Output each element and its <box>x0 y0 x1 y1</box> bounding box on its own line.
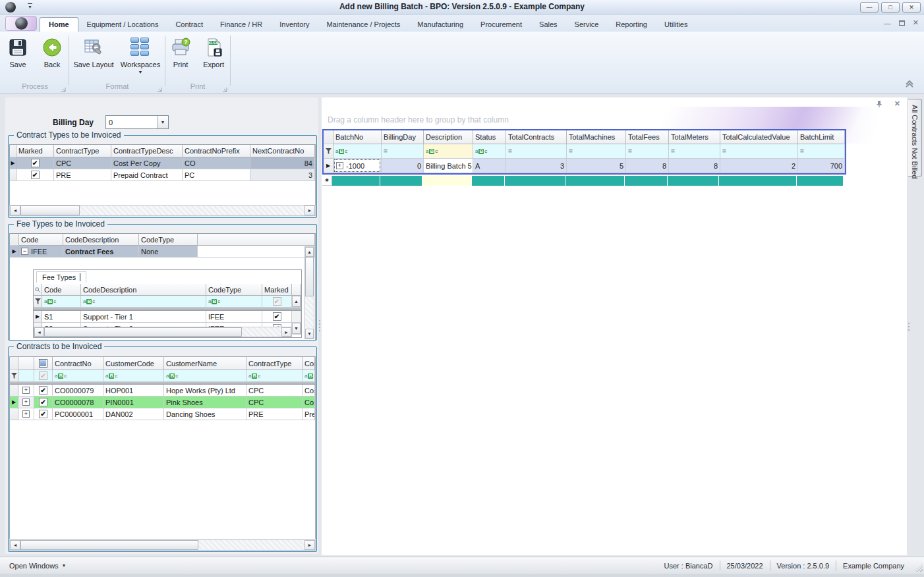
ribbon-minimize-icon[interactable]: — <box>884 19 891 27</box>
filter-funnel-icon[interactable] <box>35 298 41 304</box>
scroll-left-icon[interactable]: ◄ <box>10 540 20 550</box>
save-button[interactable]: Save <box>3 34 33 69</box>
table-row[interactable]: ▶ − IFEE Contract Fees None <box>10 246 315 258</box>
tab-manufacturing[interactable]: Manufacturing <box>409 18 472 32</box>
col-header-codedescription[interactable]: CodeDescription <box>81 284 206 296</box>
export-button[interactable]: XLSX Export <box>198 34 229 69</box>
tab-reporting[interactable]: Reporting <box>607 18 656 32</box>
tab-maintenance-projects[interactable]: Maintenance / Projects <box>318 18 409 32</box>
table-row[interactable]: + CO0000079 HOP001 Hope Works (Pty) Ltd … <box>10 385 315 397</box>
col-header-batchno[interactable]: BatchNo <box>333 130 382 144</box>
scroll-right-icon[interactable]: ► <box>304 540 315 550</box>
col-header-customercode[interactable]: CustomerCode <box>103 357 164 370</box>
col-header-totalmeters[interactable]: TotalMeters <box>669 130 720 144</box>
collapse-row-icon[interactable]: − <box>21 248 28 255</box>
tab-service[interactable]: Service <box>566 18 608 32</box>
billing-day-dropdown-icon[interactable]: ▼ <box>157 116 168 128</box>
col-header-totalfees[interactable]: TotalFees <box>626 130 669 144</box>
scroll-right-icon[interactable]: ► <box>281 327 291 337</box>
tab-procurement[interactable]: Procurement <box>472 18 531 32</box>
collapse-ribbon-icon[interactable] <box>904 79 915 88</box>
tab-home[interactable]: Home <box>40 17 78 32</box>
table-row-focused[interactable]: ▶ + -1000 0 Billing Batch 5 A 3 5 8 8 2 … <box>324 159 845 173</box>
save-layout-button[interactable]: Save Layout <box>72 34 115 74</box>
process-dialog-launcher-icon[interactable] <box>61 87 66 92</box>
batchno-cell-focused[interactable]: + -1000 <box>334 159 380 172</box>
pin-icon[interactable] <box>876 100 882 108</box>
new-row[interactable]: * <box>322 176 844 186</box>
checkbox[interactable] <box>39 410 47 418</box>
col-header-code[interactable]: Code <box>19 234 63 246</box>
detail-hscrollbar[interactable]: ◄ ► <box>34 327 292 337</box>
checkbox[interactable] <box>31 171 40 179</box>
filter-funnel-icon[interactable] <box>326 148 332 154</box>
col-header-codetype[interactable]: CodeType <box>206 284 262 296</box>
expand-row-icon[interactable]: + <box>22 398 30 406</box>
scroll-up-icon[interactable]: ▲ <box>292 296 301 307</box>
format-dialog-launcher-icon[interactable] <box>157 87 162 92</box>
ribbon-close-icon[interactable]: ✕ <box>913 18 919 27</box>
select-all-checkbox[interactable] <box>39 359 47 368</box>
table-row[interactable]: ▶ S1 Support - Tier 1 IFEE <box>34 311 301 323</box>
expand-row-icon[interactable]: + <box>22 387 30 394</box>
table-row[interactable]: PRE Prepaid Contract PC 3 <box>10 169 315 181</box>
tab-contract[interactable]: Contract <box>167 18 212 32</box>
open-windows-button[interactable]: Open Windows ▼ <box>0 562 67 570</box>
contract-types-hscrollbar[interactable]: ◄ ► <box>9 205 316 216</box>
col-header-contractnoprefix[interactable]: ContractNoPrefix <box>183 145 250 157</box>
col-header-marked[interactable]: Marked <box>262 284 292 296</box>
col-header-nextcontractno[interactable]: NextContractNo <box>250 145 315 157</box>
minimize-button[interactable]: — <box>860 2 879 13</box>
col-header-contracttypedesc[interactable]: ContractTypeDesc <box>303 357 315 370</box>
col-header-totalcontracts[interactable]: TotalContracts <box>506 130 567 144</box>
checkbox[interactable] <box>39 386 47 395</box>
table-row-selected[interactable]: ▶ + CO0000078 PIN0001 Pink Shoes CPC Cos… <box>10 397 315 408</box>
col-header-batchlimit[interactable]: BatchLimit <box>798 130 845 144</box>
col-header-code[interactable]: Code <box>42 284 81 296</box>
col-header-billingday[interactable]: BillingDay <box>382 130 424 144</box>
scroll-down-icon[interactable]: ▼ <box>292 323 301 334</box>
tab-utilities[interactable]: Utilities <box>656 18 696 32</box>
detail-tab-fee-types[interactable]: Fee Types <box>36 271 86 283</box>
col-header-contracttype[interactable]: ContractType <box>54 145 111 157</box>
checkbox[interactable] <box>273 312 281 321</box>
col-header-contracttypedesc[interactable]: ContractTypeDesc <box>111 145 183 157</box>
vertical-splitter[interactable] <box>908 323 910 331</box>
tab-finance-hr[interactable]: Finance / HR <box>212 18 271 32</box>
col-header-codedescription[interactable]: CodeDescription <box>63 234 139 246</box>
col-header-contracttype[interactable]: ContractType <box>246 357 303 370</box>
tab-sales[interactable]: Sales <box>531 18 566 32</box>
scroll-right-icon[interactable]: ► <box>304 206 315 215</box>
checkbox[interactable] <box>31 159 40 167</box>
col-header-description[interactable]: Description <box>424 130 473 144</box>
billing-day-combobox[interactable]: 0 ▼ <box>105 115 169 129</box>
scroll-left-icon[interactable]: ◄ <box>34 327 44 337</box>
table-row[interactable]: + PC0000001 DAN002 Dancing Shoes PRE Pre… <box>10 408 315 420</box>
sidetab-all-contracts-not-billed[interactable]: All Contracts Not Billed <box>908 99 922 177</box>
maximize-button[interactable]: □ <box>881 2 900 13</box>
ribbon-restore-icon[interactable] <box>899 20 905 26</box>
checkbox[interactable] <box>39 398 47 406</box>
application-button[interactable] <box>5 16 37 31</box>
filter-funnel-icon[interactable] <box>11 373 17 379</box>
tab-equipment-locations[interactable]: Equipment / Locations <box>78 18 167 32</box>
search-icon[interactable] <box>35 287 40 292</box>
expand-row-icon[interactable]: + <box>22 410 30 418</box>
col-header-totalcalculatedvalue[interactable]: TotalCalculatedValue <box>720 130 798 144</box>
back-button[interactable]: Back <box>37 34 67 69</box>
scroll-left-icon[interactable]: ◄ <box>10 206 20 215</box>
col-header-contractno[interactable]: ContractNo <box>53 357 103 370</box>
col-header-marked[interactable]: Marked <box>16 145 54 157</box>
col-header-totalmachines[interactable]: TotalMachines <box>567 130 626 144</box>
vertical-splitter[interactable] <box>318 320 321 331</box>
scroll-down-icon[interactable]: ▼ <box>305 329 314 339</box>
col-header-customername[interactable]: CustomerName <box>164 357 246 370</box>
scroll-up-icon[interactable]: ▲ <box>305 247 314 257</box>
tab-inventory[interactable]: Inventory <box>271 18 318 32</box>
print-dialog-launcher-icon[interactable] <box>222 87 227 92</box>
contracts-hscrollbar[interactable]: ◄ ► <box>9 539 316 551</box>
col-header-status[interactable]: Status <box>473 130 506 144</box>
expand-row-icon[interactable]: + <box>336 162 343 169</box>
close-panel-icon[interactable]: ✕ <box>894 99 900 108</box>
print-button[interactable]: ? Print <box>167 34 194 69</box>
